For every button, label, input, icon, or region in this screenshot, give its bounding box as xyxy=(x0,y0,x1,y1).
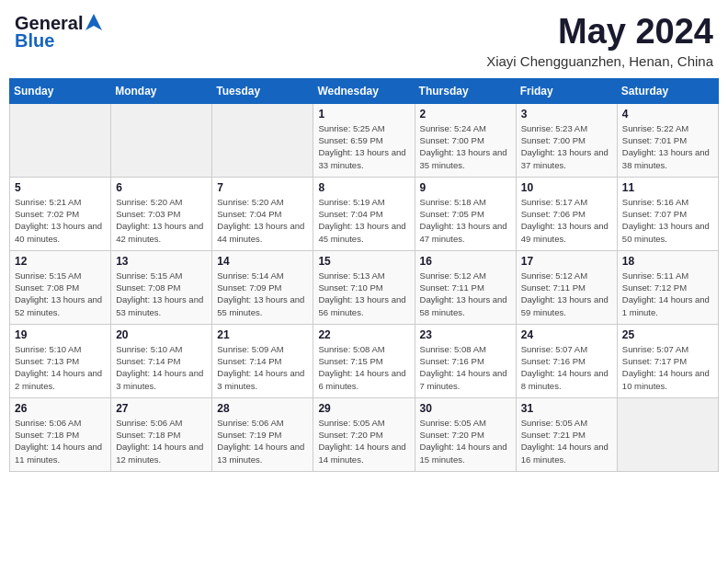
calendar-day-cell: 16Sunrise: 5:12 AMSunset: 7:11 PMDayligh… xyxy=(415,250,516,324)
calendar-day-cell xyxy=(10,103,111,177)
calendar-day-cell: 31Sunrise: 5:05 AMSunset: 7:21 PMDayligh… xyxy=(516,397,617,471)
calendar-day-cell: 10Sunrise: 5:17 AMSunset: 7:06 PMDayligh… xyxy=(516,177,617,250)
calendar-day-cell: 8Sunrise: 5:19 AMSunset: 7:04 PMDaylight… xyxy=(313,177,415,250)
day-detail: Sunrise: 5:05 AMSunset: 7:20 PMDaylight:… xyxy=(420,417,511,465)
day-number: 28 xyxy=(217,402,308,415)
calendar-day-cell: 27Sunrise: 5:06 AMSunset: 7:18 PMDayligh… xyxy=(111,397,212,471)
day-detail: Sunrise: 5:22 AMSunset: 7:01 PMDaylight:… xyxy=(622,122,713,171)
calendar-week-row: 1Sunrise: 5:25 AMSunset: 6:59 PMDaylight… xyxy=(10,103,719,177)
day-number: 9 xyxy=(420,181,511,194)
day-number: 27 xyxy=(116,402,207,415)
calendar-day-cell: 20Sunrise: 5:10 AMSunset: 7:14 PMDayligh… xyxy=(111,324,212,397)
day-detail: Sunrise: 5:10 AMSunset: 7:14 PMDaylight:… xyxy=(116,343,207,392)
day-detail: Sunrise: 5:07 AMSunset: 7:17 PMDaylight:… xyxy=(622,343,713,392)
month-title: May 2024 xyxy=(486,13,713,52)
day-number: 5 xyxy=(15,181,106,194)
day-number: 24 xyxy=(521,328,612,341)
day-number: 6 xyxy=(116,181,207,194)
day-detail: Sunrise: 5:06 AMSunset: 7:18 PMDaylight:… xyxy=(116,417,207,465)
calendar-day-cell: 5Sunrise: 5:21 AMSunset: 7:02 PMDaylight… xyxy=(10,177,111,250)
calendar-day-cell: 15Sunrise: 5:13 AMSunset: 7:10 PMDayligh… xyxy=(313,250,415,324)
calendar-day-cell xyxy=(212,103,313,177)
calendar-day-cell: 7Sunrise: 5:20 AMSunset: 7:04 PMDaylight… xyxy=(212,177,313,250)
logo-blue-text: Blue xyxy=(15,30,54,52)
weekday-header-thursday: Thursday xyxy=(415,78,516,103)
day-number: 3 xyxy=(521,108,612,121)
day-detail: Sunrise: 5:14 AMSunset: 7:09 PMDaylight:… xyxy=(217,270,308,318)
page-header: General Blue May 2024 Xiayi Chengguanzhe… xyxy=(9,9,719,73)
day-number: 21 xyxy=(217,328,308,341)
day-detail: Sunrise: 5:19 AMSunset: 7:04 PMDaylight:… xyxy=(318,196,409,245)
calendar-day-cell: 29Sunrise: 5:05 AMSunset: 7:20 PMDayligh… xyxy=(313,397,415,471)
day-number: 23 xyxy=(420,328,511,341)
calendar-week-row: 19Sunrise: 5:10 AMSunset: 7:13 PMDayligh… xyxy=(10,324,719,397)
day-number: 4 xyxy=(622,108,713,121)
title-block: May 2024 Xiayi Chengguanzhen, Henan, Chi… xyxy=(486,13,713,69)
day-detail: Sunrise: 5:25 AMSunset: 6:59 PMDaylight:… xyxy=(318,122,409,171)
day-detail: Sunrise: 5:05 AMSunset: 7:21 PMDaylight:… xyxy=(521,417,612,465)
calendar-day-cell: 22Sunrise: 5:08 AMSunset: 7:15 PMDayligh… xyxy=(313,324,415,397)
day-number: 8 xyxy=(318,181,409,194)
day-detail: Sunrise: 5:06 AMSunset: 7:19 PMDaylight:… xyxy=(217,417,308,465)
calendar-day-cell: 9Sunrise: 5:18 AMSunset: 7:05 PMDaylight… xyxy=(415,177,516,250)
calendar-day-cell: 17Sunrise: 5:12 AMSunset: 7:11 PMDayligh… xyxy=(516,250,617,324)
logo: General Blue xyxy=(15,13,104,52)
day-number: 2 xyxy=(420,108,511,121)
location-title: Xiayi Chengguanzhen, Henan, China xyxy=(486,53,713,69)
calendar-day-cell: 18Sunrise: 5:11 AMSunset: 7:12 PMDayligh… xyxy=(617,250,718,324)
weekday-header-wednesday: Wednesday xyxy=(313,78,415,103)
day-number: 18 xyxy=(622,255,713,268)
day-detail: Sunrise: 5:12 AMSunset: 7:11 PMDaylight:… xyxy=(521,270,612,318)
day-number: 16 xyxy=(420,255,511,268)
calendar-week-row: 12Sunrise: 5:15 AMSunset: 7:08 PMDayligh… xyxy=(10,250,719,324)
day-number: 13 xyxy=(116,255,207,268)
calendar-day-cell: 12Sunrise: 5:15 AMSunset: 7:08 PMDayligh… xyxy=(10,250,111,324)
day-detail: Sunrise: 5:09 AMSunset: 7:14 PMDaylight:… xyxy=(217,343,308,392)
calendar-day-cell: 25Sunrise: 5:07 AMSunset: 7:17 PMDayligh… xyxy=(617,324,718,397)
day-detail: Sunrise: 5:20 AMSunset: 7:03 PMDaylight:… xyxy=(116,196,207,245)
calendar-day-cell: 28Sunrise: 5:06 AMSunset: 7:19 PMDayligh… xyxy=(212,397,313,471)
day-number: 12 xyxy=(15,255,106,268)
day-detail: Sunrise: 5:12 AMSunset: 7:11 PMDaylight:… xyxy=(420,270,511,318)
day-number: 26 xyxy=(15,402,106,415)
day-detail: Sunrise: 5:10 AMSunset: 7:13 PMDaylight:… xyxy=(15,343,106,392)
calendar-day-cell: 26Sunrise: 5:06 AMSunset: 7:18 PMDayligh… xyxy=(10,397,111,471)
day-number: 20 xyxy=(116,328,207,341)
calendar-week-row: 5Sunrise: 5:21 AMSunset: 7:02 PMDaylight… xyxy=(10,177,719,250)
day-detail: Sunrise: 5:24 AMSunset: 7:00 PMDaylight:… xyxy=(420,122,511,171)
calendar-day-cell xyxy=(617,397,718,471)
calendar-day-cell: 4Sunrise: 5:22 AMSunset: 7:01 PMDaylight… xyxy=(617,103,718,177)
day-detail: Sunrise: 5:08 AMSunset: 7:15 PMDaylight:… xyxy=(318,343,409,392)
day-detail: Sunrise: 5:05 AMSunset: 7:20 PMDaylight:… xyxy=(318,417,409,465)
day-detail: Sunrise: 5:15 AMSunset: 7:08 PMDaylight:… xyxy=(15,270,106,318)
weekday-header-friday: Friday xyxy=(516,78,617,103)
day-detail: Sunrise: 5:18 AMSunset: 7:05 PMDaylight:… xyxy=(420,196,511,245)
day-number: 17 xyxy=(521,255,612,268)
day-number: 30 xyxy=(420,402,511,415)
calendar-day-cell xyxy=(111,103,212,177)
calendar-day-cell: 6Sunrise: 5:20 AMSunset: 7:03 PMDaylight… xyxy=(111,177,212,250)
calendar-day-cell: 30Sunrise: 5:05 AMSunset: 7:20 PMDayligh… xyxy=(415,397,516,471)
weekday-header-row: SundayMondayTuesdayWednesdayThursdayFrid… xyxy=(10,78,719,103)
weekday-header-tuesday: Tuesday xyxy=(212,78,313,103)
day-detail: Sunrise: 5:13 AMSunset: 7:10 PMDaylight:… xyxy=(318,270,409,318)
weekday-header-saturday: Saturday xyxy=(617,78,718,103)
day-detail: Sunrise: 5:20 AMSunset: 7:04 PMDaylight:… xyxy=(217,196,308,245)
calendar-day-cell: 21Sunrise: 5:09 AMSunset: 7:14 PMDayligh… xyxy=(212,324,313,397)
day-detail: Sunrise: 5:23 AMSunset: 7:00 PMDaylight:… xyxy=(521,122,612,171)
day-number: 25 xyxy=(622,328,713,341)
calendar-day-cell: 14Sunrise: 5:14 AMSunset: 7:09 PMDayligh… xyxy=(212,250,313,324)
day-detail: Sunrise: 5:11 AMSunset: 7:12 PMDaylight:… xyxy=(622,270,713,318)
day-number: 14 xyxy=(217,255,308,268)
day-detail: Sunrise: 5:21 AMSunset: 7:02 PMDaylight:… xyxy=(15,196,106,245)
day-number: 22 xyxy=(318,328,409,341)
calendar-day-cell: 1Sunrise: 5:25 AMSunset: 6:59 PMDaylight… xyxy=(313,103,415,177)
day-number: 11 xyxy=(622,181,713,194)
logo-icon xyxy=(84,12,104,32)
weekday-header-sunday: Sunday xyxy=(10,78,111,103)
day-detail: Sunrise: 5:06 AMSunset: 7:18 PMDaylight:… xyxy=(15,417,106,465)
svg-marker-0 xyxy=(85,14,102,30)
day-number: 31 xyxy=(521,402,612,415)
calendar-day-cell: 13Sunrise: 5:15 AMSunset: 7:08 PMDayligh… xyxy=(111,250,212,324)
calendar-day-cell: 3Sunrise: 5:23 AMSunset: 7:00 PMDaylight… xyxy=(516,103,617,177)
